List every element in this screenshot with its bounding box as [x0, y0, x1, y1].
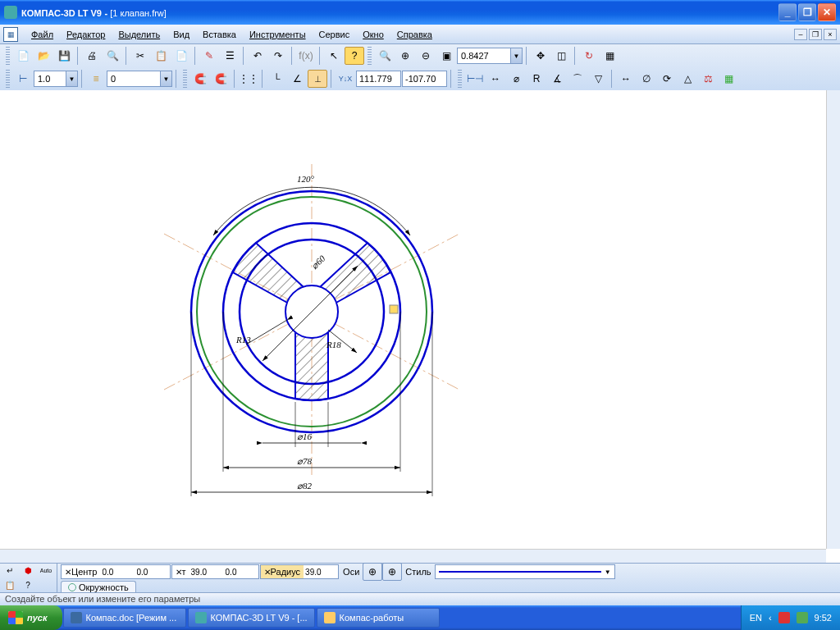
coord-x-input[interactable]	[356, 71, 401, 87]
mdi-close[interactable]: ×	[824, 29, 837, 40]
center-field[interactable]: ✕Центр	[61, 564, 171, 579]
measure-button[interactable]: ⚖	[698, 70, 718, 88]
step-combo[interactable]: 1.0 ▼	[34, 71, 78, 87]
save-button[interactable]: 💾	[54, 47, 74, 65]
calc-button[interactable]: ▦	[719, 70, 738, 88]
tx-input[interactable]	[189, 565, 224, 578]
menu-tools[interactable]: Инструменты	[243, 27, 313, 42]
menu-file[interactable]: Файл	[25, 27, 60, 42]
tray-icon[interactable]	[778, 612, 790, 623]
toolbar-grip[interactable]	[183, 70, 187, 88]
rebuild-button[interactable]: ▦	[600, 47, 619, 65]
menu-window[interactable]: Окно	[356, 27, 390, 42]
menu-edit[interactable]: Редактор	[60, 27, 112, 42]
tab-circle[interactable]: Окружность	[61, 581, 136, 593]
style-combo[interactable]: ▼	[435, 564, 615, 579]
scrollbar-horizontal[interactable]	[0, 549, 826, 563]
lcoord-button[interactable]: └	[267, 70, 286, 88]
help-button[interactable]: ?	[345, 47, 364, 65]
task-kompas[interactable]: КОМПАС-3D LT V9 - [...	[188, 608, 315, 628]
dim-chain-button[interactable]: ↔	[486, 70, 505, 88]
fx-button[interactable]: f(x)	[296, 47, 316, 65]
dim-height-button[interactable]: ▽	[588, 70, 608, 88]
toolbar-grip[interactable]	[458, 70, 462, 88]
measure-len-button[interactable]: △	[678, 70, 697, 88]
point-field[interactable]: ✕т	[171, 564, 259, 579]
radius-field[interactable]: ✕Радиус	[260, 564, 340, 579]
dim-diameter-button[interactable]: ⌀	[506, 70, 526, 88]
arrow-button[interactable]: ↖	[324, 47, 344, 65]
axes-on-button[interactable]: ⊕	[382, 563, 402, 581]
preview-button[interactable]: 🔍	[103, 47, 122, 65]
paste-button[interactable]: 📄	[171, 47, 191, 65]
start-button[interactable]: пуск	[0, 605, 62, 630]
ortho-button[interactable]: ⊢	[13, 70, 33, 88]
measure-area-button[interactable]: ⟳	[657, 70, 677, 88]
cut-button[interactable]: ✂	[130, 47, 150, 65]
measure-dist-button[interactable]: ↔	[616, 70, 636, 88]
create-button[interactable]: ↵	[2, 564, 18, 578]
new-button[interactable]: 📄	[13, 47, 33, 65]
dim-radius-button[interactable]: R	[527, 70, 546, 88]
grid-button[interactable]: ⋮⋮	[239, 70, 258, 88]
tray-chevron-icon[interactable]: ‹	[769, 613, 772, 623]
measure-angle-button[interactable]: ∅	[637, 70, 656, 88]
undo-button[interactable]: ↶	[248, 47, 267, 65]
radius-input[interactable]	[304, 565, 338, 578]
zoom-fit-button[interactable]: ▣	[436, 47, 456, 65]
task-word[interactable]: Компас.doc [Режим ...	[63, 608, 186, 628]
maximize-button[interactable]: ❐	[798, 3, 816, 21]
toolbar-grip[interactable]	[368, 47, 372, 65]
props-button[interactable]: ☰	[220, 47, 240, 65]
dim-angle-button[interactable]: ∡	[547, 70, 567, 88]
menu-select[interactable]: Выделить	[112, 27, 167, 42]
tray-icon[interactable]	[797, 612, 808, 623]
copy-button[interactable]: 📋	[151, 47, 171, 65]
system-tray[interactable]: EN ‹ 9:52	[741, 605, 840, 630]
angle-snap-button[interactable]: ∠	[287, 70, 307, 88]
help2-button[interactable]: ?	[20, 579, 36, 592]
toolbar-grip[interactable]	[6, 47, 10, 65]
doc-icon[interactable]: ▦	[3, 27, 18, 42]
pan-button[interactable]: ✥	[531, 47, 550, 65]
snap-off-button[interactable]: 🧲	[211, 70, 231, 88]
clock[interactable]: 9:52	[815, 613, 832, 623]
center-x-input[interactable]	[101, 565, 135, 578]
drawing-canvas[interactable]: 120° ⌀60 R13 R18 ⌀16 ⌀78 ⌀82	[0, 90, 840, 563]
close-button[interactable]: ✕	[818, 3, 836, 21]
zoom-rect-button[interactable]: 🔍	[375, 47, 395, 65]
zoom-window-button[interactable]: ◫	[551, 47, 571, 65]
zoom-out-button[interactable]: ⊖	[416, 47, 436, 65]
minimize-button[interactable]: _	[778, 3, 797, 21]
menu-help[interactable]: Справка	[390, 27, 439, 42]
layer-combo[interactable]: 0 ▼	[107, 71, 172, 87]
stop-button[interactable]: ⬢	[20, 564, 36, 578]
handle[interactable]	[390, 305, 398, 313]
ty-input[interactable]	[224, 565, 258, 578]
zoom-in-button[interactable]: ⊕	[395, 47, 415, 65]
print-button[interactable]: 🖨	[82, 47, 102, 65]
ortho-mode-button[interactable]: ⟂	[308, 70, 327, 88]
menu-view[interactable]: Вид	[167, 27, 196, 42]
auto-button[interactable]: Auto	[38, 564, 54, 578]
zoom-combo[interactable]: 0.8427 ▼	[457, 48, 523, 64]
copy-props-button[interactable]: ✎	[199, 47, 219, 65]
refresh-button[interactable]: ↻	[579, 47, 599, 65]
open-button[interactable]: 📂	[34, 47, 53, 65]
layers-button[interactable]: ≡	[86, 70, 106, 88]
menu-insert[interactable]: Вставка	[196, 27, 243, 42]
axes-off-button[interactable]: ⊕	[363, 563, 382, 581]
menu-service[interactable]: Сервис	[313, 27, 357, 42]
mdi-minimize[interactable]: –	[794, 29, 807, 40]
toolbar-grip[interactable]	[6, 70, 10, 88]
redo-button[interactable]: ↷	[268, 47, 288, 65]
copy-props2-button[interactable]: 📋	[2, 579, 18, 592]
snap-on-button[interactable]: 🧲	[190, 70, 210, 88]
center-y-input[interactable]	[135, 565, 170, 578]
coord-y-input[interactable]	[402, 71, 447, 87]
lang-indicator[interactable]: EN	[750, 613, 762, 623]
task-folder[interactable]: Компас-работы	[317, 608, 440, 628]
scrollbar-vertical[interactable]	[826, 90, 840, 549]
dim-linear-button[interactable]: ⊢⊣	[465, 70, 485, 88]
dim-arc-button[interactable]: ⌒	[568, 70, 587, 88]
